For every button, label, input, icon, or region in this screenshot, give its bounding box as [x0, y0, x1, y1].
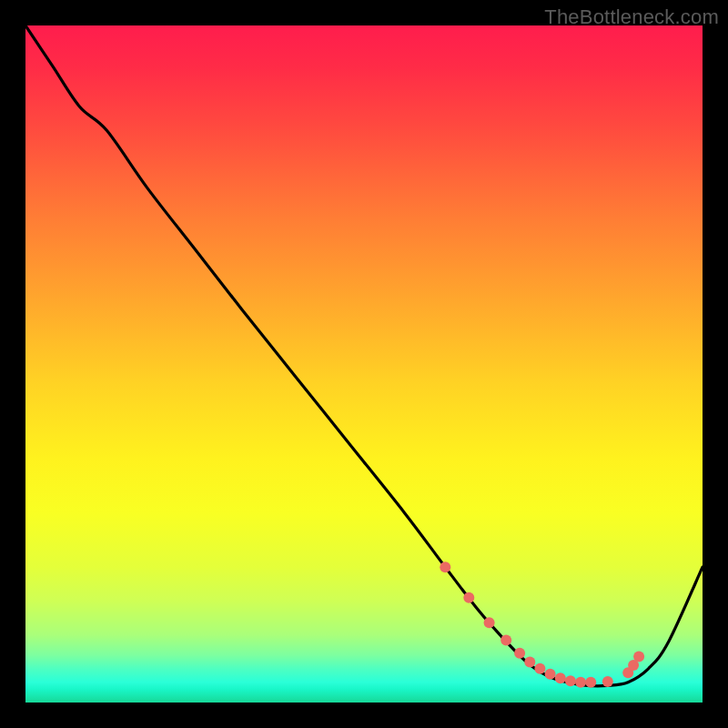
marker-dot: [575, 677, 586, 688]
marker-dot: [545, 669, 556, 680]
marker-dot: [484, 617, 495, 628]
marker-dot: [440, 561, 450, 572]
marker-dot: [555, 672, 566, 683]
bottleneck-curve: [25, 25, 703, 686]
marker-dot: [585, 677, 596, 688]
marker-dot: [524, 656, 535, 667]
marker-dot: [565, 675, 576, 686]
plot-area: [25, 25, 703, 703]
marker-dot: [514, 648, 525, 659]
plot-inner: [25, 25, 703, 703]
watermark-text: TheBottleneck.com: [544, 5, 719, 29]
marker-dot: [602, 676, 613, 687]
marker-dot: [500, 635, 511, 646]
marker-dot: [463, 592, 474, 603]
curve-svg: [25, 25, 703, 703]
chart-frame: TheBottleneck.com: [0, 0, 728, 728]
marker-dots-group: [440, 561, 644, 688]
marker-dot: [534, 663, 545, 674]
marker-dot: [633, 651, 644, 662]
